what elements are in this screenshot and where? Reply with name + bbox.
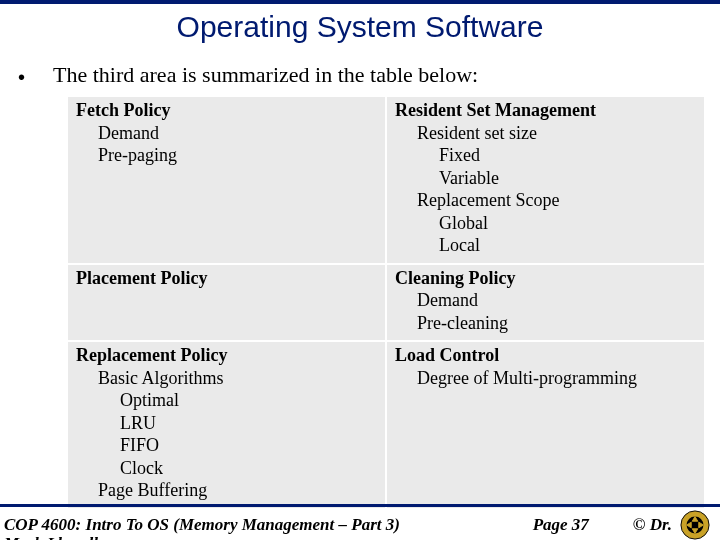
table-row: Fetch Policy Demand Pre-paging Resident … [68, 97, 704, 263]
cell-head: Load Control [395, 345, 499, 365]
cell-head: Placement Policy [76, 268, 207, 288]
ucf-logo-icon [680, 510, 710, 540]
cell-resident-set: Resident Set Management Resident set siz… [387, 97, 704, 263]
cell-replacement-policy: Replacement Policy Basic Algorithms Opti… [68, 342, 385, 508]
cell-line: Demand [76, 122, 377, 145]
footer-copyright: © Dr. [633, 515, 680, 535]
cell-head: Cleaning Policy [395, 268, 516, 288]
cell-head: Replacement Policy [76, 345, 227, 365]
summary-table-wrap: Fetch Policy Demand Pre-paging Resident … [18, 89, 696, 510]
cell-line: Degree of Multi-programming [395, 367, 696, 390]
cell-line: Pre-cleaning [395, 312, 696, 335]
cell-line: Basic Algorithms [76, 367, 377, 390]
cell-head: Resident Set Management [395, 100, 596, 120]
slide-title: Operating System Software [0, 4, 720, 62]
cell-head: Fetch Policy [76, 100, 170, 120]
cell-line: Pre-paging [76, 144, 377, 167]
cell-line: Local [395, 234, 696, 257]
cell-line: Resident set size [395, 122, 696, 145]
bullet-marker: • [18, 62, 53, 89]
slide: Operating System Software • The third ar… [0, 0, 720, 540]
cell-load-control: Load Control Degree of Multi-programming [387, 342, 704, 508]
cell-line: Fixed [395, 144, 696, 167]
footer-rule [0, 504, 720, 507]
cell-line: LRU [76, 412, 377, 435]
table-row: Replacement Policy Basic Algorithms Opti… [68, 342, 704, 508]
cell-line: Page Buffering [76, 479, 377, 502]
cell-fetch-policy: Fetch Policy Demand Pre-paging [68, 97, 385, 263]
intro-text: The third area is summarized in the tabl… [53, 62, 478, 88]
summary-table: Fetch Policy Demand Pre-paging Resident … [66, 95, 706, 510]
cell-cleaning-policy: Cleaning Policy Demand Pre-cleaning [387, 265, 704, 341]
cell-line: Global [395, 212, 696, 235]
cell-line: Optimal [76, 389, 377, 412]
cell-line: Demand [395, 289, 696, 312]
cell-placement-policy: Placement Policy [68, 265, 385, 341]
footer-page: Page 37 [523, 515, 633, 535]
footer-course: COP 4600: Intro To OS (Memory Management… [4, 515, 523, 535]
slide-footer: COP 4600: Intro To OS (Memory Management… [0, 504, 720, 540]
cell-line: Variable [395, 167, 696, 190]
table-row: Placement Policy Cleaning Policy Demand … [68, 265, 704, 341]
cell-line: FIFO [76, 434, 377, 457]
bullet-row: • The third area is summarized in the ta… [18, 62, 696, 89]
cell-line: Replacement Scope [395, 189, 696, 212]
footer-author-cutoff: Mark Llewellyn [4, 534, 115, 540]
cell-line: Clock [76, 457, 377, 480]
slide-body: • The third area is summarized in the ta… [0, 62, 720, 510]
